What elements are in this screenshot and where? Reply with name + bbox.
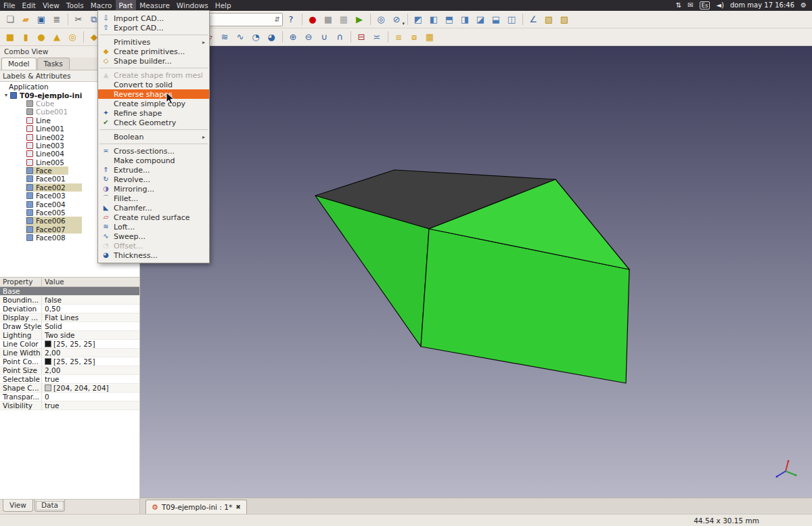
whats-this-button[interactable]: ?	[284, 12, 298, 27]
menu-item-thickness[interactable]: ◕ Thickness...	[98, 250, 209, 260]
menu-item-make-compound[interactable]: Make compound	[98, 156, 209, 165]
menu-item-shape-from-mesh[interactable]: ▲ Create shape from mesh...	[98, 70, 209, 80]
menu-item-create-ruled-surface[interactable]: ▱ Create ruled surface	[98, 213, 209, 222]
menu-item-mirroring[interactable]: ◑ Mirroring...	[98, 184, 209, 194]
keyboard-layout-indicator[interactable]: Es	[700, 1, 710, 9]
menu-item-boolean[interactable]: Boolean ▸	[98, 132, 209, 141]
menu-item-convert-to-solid[interactable]: Convert to solid	[98, 80, 209, 89]
boolean-button[interactable]: ⊕	[286, 30, 300, 45]
union-button[interactable]: ∪	[317, 30, 332, 45]
view-rear-button[interactable]: ◪	[473, 12, 488, 27]
view-right-button[interactable]: ◨	[457, 12, 472, 27]
menu-view[interactable]: View	[39, 0, 63, 11]
menu-edit[interactable]: Edit	[19, 0, 39, 11]
menu-item-reverse-shapes[interactable]: Reverse shapes	[98, 89, 209, 99]
prop-point-size[interactable]: Point Size 2,00	[0, 366, 139, 375]
appearance-button[interactable]: ▨	[557, 12, 572, 27]
menu-macro[interactable]: Macro	[87, 0, 116, 11]
menu-help[interactable]: Help	[212, 0, 235, 11]
explode-compound-button[interactable]: ⧇	[407, 30, 422, 45]
prop-line-color[interactable]: Line Color [25, 25, 25]	[0, 340, 139, 349]
cylinder-primitive-button[interactable]: ▮	[18, 30, 33, 45]
prop-draw-style[interactable]: Draw Style Solid	[0, 322, 139, 331]
prop-bounding-box[interactable]: Boundin... false	[0, 296, 139, 305]
prop-display-mode[interactable]: Display ... Flat Lines	[0, 313, 139, 322]
menu-item-offset[interactable]: ◔ Offset...	[98, 241, 209, 250]
loft-button[interactable]: ≋	[217, 30, 232, 45]
network-indicator-icon[interactable]: ⇅	[676, 0, 681, 11]
session-gear-icon[interactable]: ⚙	[800, 0, 807, 11]
prop-selectable[interactable]: Selectable true	[0, 375, 139, 384]
torus-primitive-button[interactable]: ◎	[65, 30, 80, 45]
menu-item-check-geometry[interactable]: ✔ Check Geometry	[98, 118, 209, 127]
intersection-button[interactable]: ∩	[332, 30, 347, 45]
offset-button[interactable]: ◔	[248, 30, 263, 45]
tab-tasks[interactable]: Tasks	[37, 58, 70, 70]
macro-record-button[interactable]: ●	[305, 12, 320, 27]
menu-item-primitives[interactable]: Primitives ▸	[98, 37, 209, 47]
section-button[interactable]: ⊟	[354, 30, 369, 45]
volume-icon[interactable]: ◄)	[716, 0, 724, 11]
menu-item-export-cad[interactable]: ⇧ Export CAD...	[98, 23, 209, 32]
view-left-button[interactable]: ◫	[504, 12, 519, 27]
menu-part[interactable]: Part	[116, 0, 137, 11]
new-file-button[interactable]: ❏	[3, 12, 18, 27]
clipping-plane-button[interactable]: ▧	[541, 12, 556, 27]
close-tab-icon[interactable]: ✖	[235, 504, 241, 510]
menu-windows[interactable]: Windows	[173, 0, 212, 11]
tab-data[interactable]: Data	[35, 500, 65, 512]
clock[interactable]: dom may 17 16:46	[730, 0, 794, 11]
menu-item-create-primitives[interactable]: ◆ Create primitives...	[98, 47, 209, 56]
draw-style-button[interactable]: ⊘	[389, 12, 404, 27]
prop-transparency[interactable]: Transpar... 0	[0, 393, 139, 401]
compound-filter-button[interactable]: ▦	[422, 30, 437, 45]
box-primitive-button[interactable]: ■	[3, 30, 18, 45]
menu-item-import-cad[interactable]: ⇩ Import CAD...	[98, 14, 209, 23]
tab-model[interactable]: Model	[1, 58, 37, 70]
view-top-button[interactable]: ⬒	[442, 12, 457, 27]
sweep-button[interactable]: ∿	[233, 30, 248, 45]
menu-item-loft[interactable]: ≋ Loft...	[98, 222, 209, 232]
cross-sections-button[interactable]: ≍	[369, 30, 384, 45]
menu-file[interactable]: File	[0, 0, 19, 11]
menu-item-fillet[interactable]: ⌒ Fillet...	[98, 194, 209, 203]
3d-viewport[interactable]	[140, 46, 812, 498]
cone-primitive-button[interactable]: ▲	[49, 30, 64, 45]
cut-button[interactable]: ✂	[71, 12, 86, 27]
menu-item-create-simple-copy[interactable]: Create simple copy	[98, 99, 209, 108]
menu-item-shape-builder[interactable]: ◇ Shape builder...	[98, 56, 209, 66]
prop-point-color[interactable]: Point Co... [25, 25, 25]	[0, 357, 139, 366]
fit-all-button[interactable]: ◎	[374, 12, 388, 27]
prop-line-width[interactable]: Line Width 2,00	[0, 349, 139, 357]
document-tab[interactable]: ⚙ T09-ejemplo-ini : 1* ✖	[145, 500, 247, 514]
menu-item-cross-sections[interactable]: ≍ Cross-sections...	[98, 146, 209, 156]
print-button[interactable]: ≣	[49, 12, 64, 27]
cut-boolean-button[interactable]: ⊖	[301, 30, 316, 45]
measure-distance-button[interactable]: ∠	[526, 12, 541, 27]
thickness-button[interactable]: ◕	[264, 30, 279, 45]
prop-lighting[interactable]: Lighting Two side	[0, 331, 139, 340]
menu-item-revolve[interactable]: ↻ Revolve...	[98, 175, 209, 184]
menu-tools[interactable]: Tools	[63, 0, 87, 11]
prop-visibility[interactable]: Visibility true	[0, 401, 139, 410]
menu-item-sweep[interactable]: ∿ Sweep...	[98, 232, 209, 241]
view-bottom-button[interactable]: ⬓	[489, 12, 503, 27]
tree-expander-icon[interactable]: ▾	[3, 92, 9, 98]
message-indicator-icon[interactable]: ✉	[687, 0, 693, 11]
macro-stop-button[interactable]: ■	[321, 12, 336, 27]
open-file-button[interactable]: ▰	[18, 12, 33, 27]
prop-shape-color[interactable]: Shape C... [204, 204, 204]	[0, 384, 139, 393]
sphere-primitive-button[interactable]: ●	[34, 30, 49, 45]
prop-deviation[interactable]: Deviation 0,50	[0, 305, 139, 313]
menu-item-chamfer[interactable]: ◣ Chamfer...	[98, 203, 209, 213]
macro-edit-button[interactable]: ▦	[336, 12, 351, 27]
menu-item-extrude[interactable]: ⇑ Extrude...	[98, 165, 209, 175]
menu-measure[interactable]: Measure	[136, 0, 173, 11]
view-isometric-button[interactable]: ◩	[411, 12, 426, 27]
compound-button[interactable]: ⧈	[391, 30, 406, 45]
save-button[interactable]: ▣	[34, 12, 49, 27]
menu-item-refine-shape[interactable]: ✦ Refine shape	[98, 108, 209, 118]
view-front-button[interactable]: ◧	[426, 12, 441, 27]
tab-view[interactable]: View	[3, 500, 33, 512]
macro-play-button[interactable]: ▶	[352, 12, 367, 27]
